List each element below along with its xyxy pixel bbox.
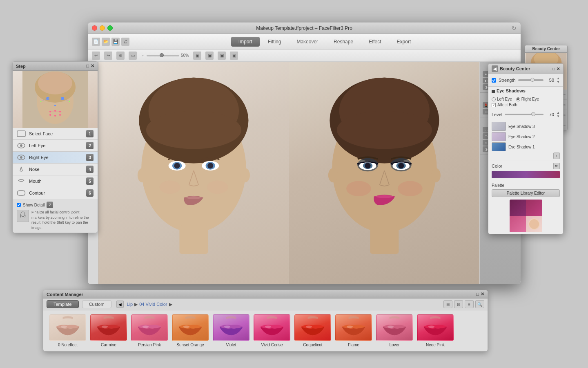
view-mode-1[interactable]: ▣ bbox=[193, 52, 201, 60]
step-nose-icon bbox=[17, 166, 26, 173]
export-button[interactable]: 🖨 bbox=[121, 38, 129, 46]
canvas-panel-original[interactable] bbox=[98, 62, 289, 284]
bcp-level-row: Level 70 ▲ ▼ bbox=[488, 109, 563, 120]
bcp-color-swatch[interactable] bbox=[492, 171, 560, 178]
svg-point-45 bbox=[54, 115, 56, 117]
view-mode-2[interactable]: ▣ bbox=[205, 52, 214, 60]
step-select-face-label: Select Face bbox=[29, 131, 86, 136]
lip-item-5[interactable]: Vivid Cerise bbox=[254, 314, 290, 347]
bcp-left-eye-radio[interactable]: Left Eye bbox=[492, 97, 512, 101]
tab-import[interactable]: Import bbox=[231, 37, 260, 47]
cm-minimize[interactable]: □ bbox=[476, 292, 479, 297]
lip-item-3[interactable]: Sunset Orange bbox=[172, 314, 209, 347]
cm-close[interactable]: ✕ bbox=[481, 292, 484, 297]
lip-item-6[interactable]: Coquelicot bbox=[294, 314, 331, 347]
bcp-title-text: Beauty Center bbox=[500, 66, 530, 71]
cm-view-list[interactable]: ≡ bbox=[465, 300, 474, 308]
step-select-face[interactable]: Select Face 1 bbox=[13, 128, 98, 140]
show-detail-checkbox[interactable] bbox=[17, 203, 21, 207]
tab-reshape[interactable]: Reshape bbox=[326, 37, 361, 47]
lip-item-9[interactable]: Neoe Pink bbox=[417, 314, 454, 347]
lip-label-2: Persian Pink bbox=[138, 343, 161, 347]
bcp-expand[interactable]: □ bbox=[552, 67, 555, 71]
cm-title: Content Manager bbox=[47, 292, 83, 297]
select-button[interactable]: ▭ bbox=[129, 52, 137, 60]
lip-thumb-8 bbox=[376, 314, 413, 341]
cm-title-bar: Content Manager □ ✕ bbox=[43, 290, 488, 298]
bcp-level-spin[interactable]: ▲ ▼ bbox=[557, 111, 560, 118]
undo-button[interactable]: ↩ bbox=[92, 52, 100, 60]
close-button[interactable] bbox=[92, 25, 97, 31]
cm-tab-custom[interactable]: Custom bbox=[82, 300, 111, 308]
redo-button[interactable]: ↪ bbox=[104, 52, 112, 60]
step-nose[interactable]: Nose 4 bbox=[13, 164, 98, 175]
lip-label-9: Neoe Pink bbox=[426, 343, 445, 347]
eye-shadow-item-1[interactable]: Eye Shadow 1 bbox=[492, 142, 560, 151]
lip-thumb-3 bbox=[172, 314, 209, 341]
affect-both-checkbox[interactable]: ✓ bbox=[492, 103, 496, 107]
step-mouth[interactable]: Mouth 5 bbox=[13, 175, 98, 187]
bcp-affect-both-row[interactable]: ✓ Affect Both bbox=[492, 103, 560, 107]
cm-view-medium[interactable]: ⊟ bbox=[454, 300, 463, 308]
bcp-strength-spin[interactable]: ▲ ▼ bbox=[557, 76, 560, 84]
tab-export[interactable]: Export bbox=[390, 37, 419, 47]
tab-effect[interactable]: Effect bbox=[361, 37, 388, 47]
bcp-close[interactable]: ✕ bbox=[557, 67, 560, 71]
show-detail-label: Show Detail bbox=[23, 203, 45, 207]
bcp-strength-checkbox[interactable] bbox=[492, 78, 496, 83]
minimize-button[interactable] bbox=[100, 25, 105, 31]
bcp-right-eye-radio[interactable]: Right Eye bbox=[516, 97, 539, 101]
canvas-panel-makeup[interactable] bbox=[289, 62, 480, 284]
cm-breadcrumb-category[interactable]: 04 Vivid Color bbox=[139, 302, 167, 307]
svg-point-29 bbox=[398, 181, 423, 196]
tab-fitting[interactable]: Fitting bbox=[261, 37, 289, 47]
step-contour[interactable]: Contour 6 bbox=[13, 187, 98, 199]
lip-item-7[interactable]: Flame bbox=[335, 314, 372, 347]
new-button[interactable]: 📄 bbox=[92, 38, 100, 46]
bcp-eye-radio-row: Left Eye Right Eye bbox=[492, 97, 560, 101]
cm-view-large[interactable]: ⊞ bbox=[443, 300, 452, 308]
lip-label-3: Sunset Orange bbox=[176, 343, 204, 347]
cm-search[interactable]: 🔍 bbox=[475, 300, 484, 308]
reset-button[interactable]: ⊘ bbox=[116, 52, 125, 60]
svg-point-61 bbox=[183, 325, 189, 328]
cm-tab-template[interactable]: Template bbox=[47, 300, 79, 308]
svg-point-65 bbox=[347, 325, 353, 328]
maximize-button[interactable] bbox=[107, 25, 113, 31]
step-left-eye[interactable]: Left Eye 2 bbox=[13, 140, 98, 152]
bcp-color-picker[interactable]: ✏ bbox=[553, 163, 560, 169]
cm-back-button[interactable]: ◀ bbox=[116, 301, 124, 308]
bcp-add-shadow[interactable]: + bbox=[553, 153, 560, 159]
bcp-palette-library-btn[interactable]: Palette Library Editor bbox=[492, 189, 560, 197]
eye-shadow-item-2[interactable]: Eye Shadow 2 bbox=[492, 132, 560, 141]
step-panel-minimize[interactable]: □ bbox=[86, 63, 89, 69]
lip-item-0[interactable]: 0 No effect bbox=[49, 314, 86, 347]
bcp-back-button[interactable]: ◀ bbox=[492, 65, 498, 72]
step-right-eye[interactable]: Right Eye 3 bbox=[13, 152, 98, 164]
step-right-eye-label: Right Eye bbox=[29, 155, 86, 160]
eye-shadow-item-3[interactable]: Eye Shadow 3 bbox=[492, 122, 560, 131]
step-panel-close[interactable]: ✕ bbox=[91, 63, 94, 69]
lip-item-4[interactable]: Violet bbox=[213, 314, 249, 347]
open-button[interactable]: 📂 bbox=[102, 38, 110, 46]
tab-makeover[interactable]: Makeover bbox=[289, 37, 325, 47]
step-nose-label: Nose bbox=[29, 167, 86, 172]
bcp-level-slider[interactable] bbox=[505, 114, 543, 115]
step-contour-icon bbox=[17, 190, 26, 196]
svg-rect-19 bbox=[370, 225, 399, 254]
lip-item-2[interactable]: Persian Pink bbox=[131, 314, 168, 347]
view-mode-4[interactable]: ▣ bbox=[230, 52, 238, 60]
save-button[interactable]: 💾 bbox=[111, 38, 120, 46]
lip-label-8: Lover bbox=[389, 343, 399, 347]
lip-item-1[interactable]: Carmine bbox=[90, 314, 127, 347]
step-face-icon bbox=[17, 130, 26, 137]
bcp-section-indicator bbox=[492, 90, 495, 93]
lip-item-8[interactable]: Lover bbox=[376, 314, 413, 347]
main-window: Makeup Template.ffproject – FaceFilter3 … bbox=[88, 22, 521, 284]
step-left-eye-icon bbox=[17, 142, 26, 149]
bcp-strength-slider[interactable] bbox=[518, 79, 543, 81]
cm-breadcrumb-lip[interactable]: Lip bbox=[127, 302, 133, 307]
lip-thumb-6 bbox=[294, 314, 331, 341]
title-bar: Makeup Template.ffproject – FaceFilter3 … bbox=[88, 22, 521, 34]
view-mode-3[interactable]: ▣ bbox=[218, 52, 226, 60]
